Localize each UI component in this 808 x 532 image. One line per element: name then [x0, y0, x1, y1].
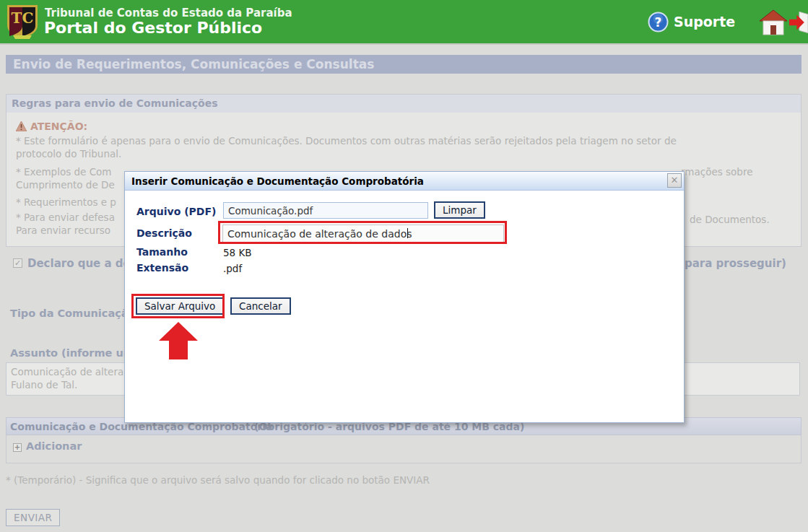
svg-text:TC: TC: [12, 9, 34, 27]
page-title: Envio de Requerimentos, Comunicações e C…: [13, 57, 374, 71]
temporary-note: * (Temporário) - Significa que o arquivo…: [6, 474, 430, 486]
exit-icon[interactable]: [789, 9, 808, 36]
rules-line-fragment: * Exemplos de Com: [16, 166, 112, 178]
rules-line-fragment: * Para enviar defesa: [16, 212, 115, 223]
rules-line-fragment: rmações sobre: [681, 166, 752, 178]
svg-text:?: ?: [655, 15, 662, 30]
assunto-text-line: Fulano de Tal.: [11, 379, 77, 391]
annotation-box-salvar: [131, 294, 225, 318]
warning-icon: [16, 121, 27, 131]
descricao-label: Descrição: [136, 227, 192, 239]
assunto-header: Assunto (informe um: [10, 347, 134, 359]
org-name: Tribunal de Contas do Estado da Paraíba: [45, 6, 292, 19]
tamanho-value: 58 KB: [223, 247, 252, 258]
arquivo-input[interactable]: [223, 202, 428, 219]
cancelar-button[interactable]: Cancelar: [230, 297, 291, 315]
rules-line-fragment: Cumprimento de De: [16, 179, 115, 191]
rules-header: Regras para envio de Comunicações: [12, 97, 218, 109]
header-divider: [0, 43, 808, 45]
support-question-icon[interactable]: ?: [648, 12, 669, 32]
declaration-text-fragment: para prosseguir): [685, 257, 786, 270]
rules-line: protocolo do Tribunal.: [16, 148, 121, 160]
adicionar-link[interactable]: Adicionar: [26, 440, 82, 452]
annotation-arrow-up-icon: [159, 322, 198, 359]
extensao-value: .pdf: [223, 263, 242, 274]
add-plus-icon[interactable]: +: [13, 443, 22, 452]
rules-line: * Este formulário é apenas para o envio …: [16, 135, 677, 147]
attention-label: ATENÇÃO:: [30, 121, 87, 132]
enviar-button[interactable]: ENVIAR: [6, 509, 60, 526]
portal-name: Portal do Gestor Público: [44, 19, 262, 37]
tamanho-label: Tamanho: [136, 246, 188, 258]
close-icon[interactable]: ✕: [667, 173, 682, 188]
rules-line-fragment: de Documentos.: [690, 214, 770, 225]
declaration-text-fragment: Declaro que a do: [27, 257, 131, 270]
tce-pb-logo-icon: TC: [6, 4, 39, 40]
annotation-box-descricao: [218, 221, 507, 244]
rules-line-fragment: * Requerimentos e p: [16, 196, 116, 208]
tipo-comunicacao-header: Tipo da Comunicação: [10, 308, 136, 319]
dialog-title: Inserir Comunicação e Documentação Compr…: [131, 175, 424, 187]
limpar-button[interactable]: Limpar: [434, 201, 485, 219]
declaration-checkbox[interactable]: ✓: [13, 258, 22, 268]
support-link[interactable]: Suporte: [674, 14, 735, 30]
home-icon[interactable]: [759, 9, 788, 36]
assunto-text-line: Comunicação de altera: [11, 366, 123, 378]
extensao-label: Extensão: [136, 262, 188, 274]
arquivo-label: Arquivo (PDF): [136, 206, 216, 217]
dialog-titlebar[interactable]: Inserir Comunicação e Documentação Compr…: [125, 172, 684, 191]
rules-line-fragment: Para enviar recurso: [16, 224, 110, 236]
screen-root: TC Tribunal de Contas do Estado da Paraí…: [0, 0, 808, 532]
